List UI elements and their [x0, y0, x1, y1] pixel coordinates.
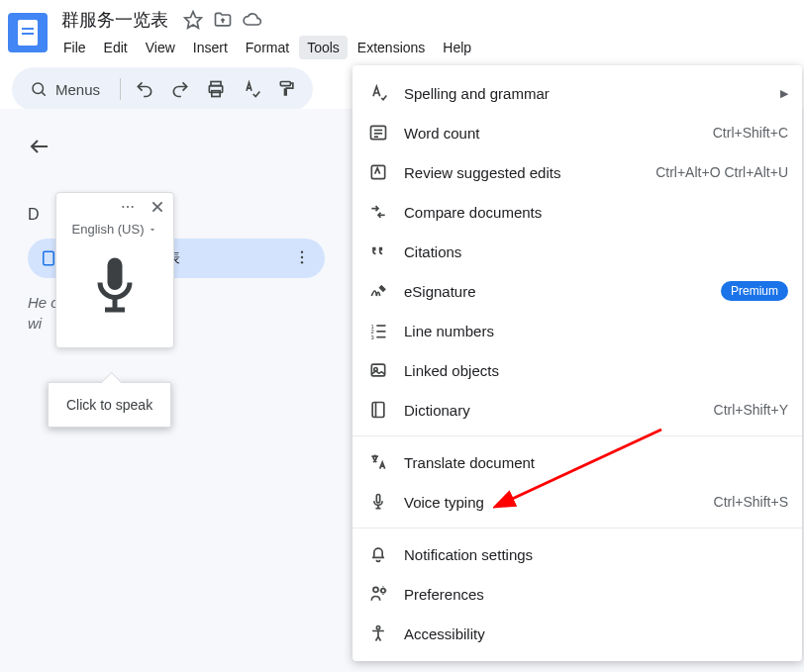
menu-word-count[interactable]: Word count Ctrl+Shift+C: [352, 113, 802, 152]
microphone-icon: [85, 250, 145, 330]
spellcheck-button[interactable]: [236, 73, 267, 105]
menubar: File Edit View Insert Format Tools Exten…: [55, 34, 796, 59]
star-icon[interactable]: [182, 9, 204, 31]
voice-icon: [366, 490, 390, 514]
undo-icon: [135, 79, 154, 99]
menus-label: Menus: [55, 81, 100, 98]
print-icon: [206, 79, 226, 99]
menu-dictionary[interactable]: Dictionary Ctrl+Shift+Y: [352, 390, 802, 430]
menu-edit[interactable]: Edit: [96, 36, 136, 59]
voice-mic-button[interactable]: [56, 242, 173, 347]
menu-translate[interactable]: Translate document: [352, 442, 802, 482]
svg-line-2: [42, 92, 45, 95]
menu-review-suggested[interactable]: Review suggested edits Ctrl+Alt+O Ctrl+A…: [352, 152, 802, 192]
redo-button[interactable]: [164, 73, 196, 105]
menu-linked-objects[interactable]: Linked objects: [352, 350, 802, 390]
svg-point-13: [301, 261, 303, 263]
docs-app-icon[interactable]: [8, 13, 48, 52]
svg-rect-10: [44, 251, 54, 265]
svg-point-11: [301, 250, 303, 252]
voice-typing-popup[interactable]: English (US): [55, 192, 174, 348]
dictionary-icon: [366, 398, 390, 422]
tools-dropdown: Spelling and grammar ▶ Word count Ctrl+S…: [352, 65, 802, 661]
svg-marker-0: [185, 12, 202, 29]
svg-point-16: [132, 206, 134, 208]
spellcheck-a-icon: [366, 81, 390, 105]
svg-rect-37: [372, 403, 384, 418]
line-numbers-icon: 123: [366, 319, 390, 342]
svg-text:3: 3: [371, 335, 374, 340]
menu-file[interactable]: File: [55, 36, 94, 59]
menu-notification-settings[interactable]: Notification settings: [352, 534, 802, 574]
word-count-icon: [366, 121, 390, 144]
menu-line-numbers[interactable]: 123 Line numbers: [352, 311, 802, 350]
compare-icon: [366, 200, 390, 224]
menu-accessibility[interactable]: Accessibility: [352, 614, 802, 653]
svg-point-43: [381, 589, 385, 593]
svg-point-14: [122, 206, 124, 208]
voice-popup-close[interactable]: [150, 199, 165, 218]
menu-extensions[interactable]: Extensions: [350, 36, 433, 59]
menu-view[interactable]: View: [138, 36, 183, 59]
cloud-status-icon[interactable]: [242, 9, 263, 31]
menu-format[interactable]: Format: [238, 36, 297, 59]
svg-rect-19: [108, 258, 123, 291]
tab-more-button[interactable]: [293, 248, 311, 269]
more-horiz-icon: [120, 199, 136, 215]
print-button[interactable]: [200, 73, 232, 105]
paint-format-button[interactable]: [271, 73, 303, 105]
svg-point-12: [301, 255, 303, 257]
menu-separator: [352, 435, 802, 436]
svg-point-1: [33, 83, 44, 94]
undo-button[interactable]: [129, 73, 160, 105]
citations-icon: [366, 240, 390, 263]
voice-language-select[interactable]: English (US): [56, 220, 173, 242]
voice-tooltip: Click to speak: [48, 382, 171, 428]
svg-rect-39: [376, 495, 379, 503]
move-folder-icon[interactable]: [212, 9, 234, 31]
menu-spelling-grammar[interactable]: Spelling and grammar ▶: [352, 73, 802, 113]
caret-down-icon: [148, 225, 157, 235]
doc-tabs-heading: D: [28, 206, 40, 224]
search-icon: [30, 80, 48, 98]
close-icon: [150, 199, 165, 215]
spellcheck-icon: [242, 79, 261, 99]
svg-point-15: [127, 206, 129, 208]
menu-preferences[interactable]: Preferences: [352, 574, 802, 614]
redo-icon: [170, 79, 190, 99]
arrow-left-icon: [28, 135, 51, 158]
accessibility-icon: [366, 622, 390, 645]
preferences-icon: [366, 582, 390, 606]
menus-search[interactable]: Menus: [22, 76, 112, 102]
header: 群服务一览表 File Edit View Insert Format Tool…: [0, 0, 804, 59]
review-icon: [366, 160, 390, 184]
voice-language-label: English (US): [72, 222, 145, 237]
menu-separator: [352, 528, 802, 528]
svg-point-42: [373, 587, 378, 592]
submenu-arrow-icon: ▶: [780, 87, 788, 100]
translate-icon: [366, 450, 390, 474]
title-area: 群服务一览表 File Edit View Insert Format Tool…: [55, 6, 796, 59]
voice-popup-more[interactable]: [120, 199, 136, 218]
menu-compare-documents[interactable]: Compare documents: [352, 192, 802, 232]
paint-roller-icon: [277, 79, 297, 99]
more-vert-icon: [293, 248, 311, 266]
toolbar-divider: [120, 78, 121, 100]
toolbar: Menus: [12, 67, 313, 111]
menu-esignature[interactable]: eSignature Premium: [352, 271, 802, 311]
menu-citations[interactable]: Citations: [352, 232, 802, 271]
svg-point-44: [376, 626, 379, 629]
menu-tools[interactable]: Tools: [299, 36, 348, 59]
menu-voice-typing[interactable]: Voice typing Ctrl+Shift+S: [352, 482, 802, 522]
svg-rect-6: [280, 82, 290, 86]
linked-objects-icon: [366, 358, 390, 382]
bell-icon: [366, 542, 390, 566]
svg-rect-26: [371, 165, 384, 178]
document-title[interactable]: 群服务一览表: [55, 6, 174, 34]
menu-help[interactable]: Help: [435, 36, 479, 59]
premium-badge: Premium: [721, 281, 788, 301]
back-arrow[interactable]: [28, 135, 51, 164]
menu-insert[interactable]: Insert: [185, 36, 236, 59]
esignature-icon: [366, 279, 390, 303]
